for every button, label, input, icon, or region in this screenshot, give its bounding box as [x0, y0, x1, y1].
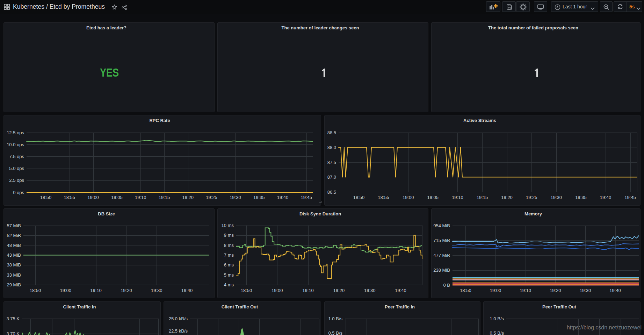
- svg-text:9 ms: 9 ms: [224, 233, 234, 238]
- svg-text:18:50: 18:50: [30, 288, 41, 293]
- svg-text:4 ms: 4 ms: [224, 282, 234, 287]
- svg-text:954 MiB: 954 MiB: [433, 223, 450, 228]
- svg-text:19:05: 19:05: [111, 195, 123, 200]
- svg-text:48 MiB: 48 MiB: [7, 243, 21, 248]
- svg-text:19:00: 19:00: [60, 288, 72, 293]
- svg-text:19:45: 19:45: [624, 195, 636, 200]
- svg-text:5.0 ops: 5.0 ops: [9, 166, 24, 171]
- svg-text:52 MiB: 52 MiB: [7, 233, 21, 238]
- svg-text:19:35: 19:35: [253, 195, 265, 200]
- svg-text:57 MiB: 57 MiB: [7, 223, 21, 228]
- svg-text:87.0: 87.0: [327, 174, 336, 180]
- svg-text:19:45: 19:45: [301, 195, 312, 200]
- svg-text:18:55: 18:55: [64, 195, 75, 200]
- svg-text:19:20: 19:20: [550, 288, 561, 293]
- svg-text:19:05: 19:05: [427, 195, 439, 200]
- svg-text:1.0 B/s: 1.0 B/s: [490, 316, 504, 321]
- svg-text:33 MiB: 33 MiB: [7, 272, 21, 278]
- svg-text:1.0 B/s: 1.0 B/s: [328, 316, 343, 321]
- svg-text:0.5 B/s: 0.5 B/s: [328, 330, 343, 335]
- svg-text:19:00: 19:00: [272, 288, 283, 293]
- svg-text:0 ops: 0 ops: [13, 190, 24, 195]
- svg-text:19:30: 19:30: [151, 288, 162, 293]
- svg-text:19:20: 19:20: [182, 195, 194, 200]
- svg-text:88.0: 88.0: [327, 145, 336, 150]
- svg-text:19:10: 19:10: [452, 195, 463, 200]
- svg-text:477 MiB: 477 MiB: [433, 253, 450, 258]
- svg-text:18:55: 18:55: [378, 195, 389, 200]
- svg-text:19:00: 19:00: [87, 195, 99, 200]
- svg-text:19:40: 19:40: [277, 195, 289, 200]
- svg-text:38 MiB: 38 MiB: [7, 262, 21, 268]
- svg-text:86.5: 86.5: [327, 190, 336, 195]
- svg-text:19:30: 19:30: [580, 288, 591, 293]
- svg-text:19:40: 19:40: [181, 288, 193, 293]
- svg-text:29 MiB: 29 MiB: [7, 282, 21, 287]
- svg-text:18:50: 18:50: [353, 195, 365, 200]
- svg-text:19:40: 19:40: [609, 288, 621, 293]
- svg-text:6 ms: 6 ms: [224, 262, 234, 268]
- svg-text:19:15: 19:15: [477, 195, 488, 200]
- svg-text:19:00: 19:00: [403, 195, 414, 200]
- svg-text:19:10: 19:10: [135, 195, 146, 200]
- svg-text:18:50: 18:50: [40, 195, 52, 200]
- svg-text:0 B: 0 B: [443, 283, 450, 288]
- svg-text:5 ms: 5 ms: [224, 272, 234, 278]
- svg-text:10 ms: 10 ms: [222, 223, 234, 228]
- svg-text:19:20: 19:20: [121, 288, 132, 293]
- svg-text:19:25: 19:25: [526, 195, 537, 200]
- svg-text:19:20: 19:20: [333, 288, 345, 293]
- svg-text:19:40: 19:40: [600, 195, 612, 200]
- svg-text:715 MiB: 715 MiB: [433, 238, 450, 243]
- svg-text:8 ms: 8 ms: [224, 243, 234, 248]
- svg-text:19:15: 19:15: [159, 195, 170, 200]
- svg-text:19:10: 19:10: [302, 288, 314, 293]
- svg-text:19:10: 19:10: [520, 288, 531, 293]
- svg-text:22.5 kB/s: 22.5 kB/s: [169, 328, 188, 334]
- svg-text:238 MiB: 238 MiB: [433, 268, 450, 273]
- svg-text:3.75 K: 3.75 K: [6, 316, 20, 321]
- svg-text:19:30: 19:30: [230, 195, 241, 200]
- svg-text:19:20: 19:20: [501, 195, 513, 200]
- svg-text:19:40: 19:40: [395, 288, 406, 293]
- svg-text:0.5 B/s: 0.5 B/s: [490, 330, 504, 335]
- svg-text:25.0 kB/s: 25.0 kB/s: [169, 316, 188, 321]
- svg-text:18:50: 18:50: [241, 288, 252, 293]
- svg-text:3.70 K: 3.70 K: [6, 331, 20, 335]
- svg-text:19:10: 19:10: [90, 288, 102, 293]
- svg-text:19:30: 19:30: [551, 195, 562, 200]
- svg-text:19:25: 19:25: [206, 195, 217, 200]
- svg-text:19:35: 19:35: [575, 195, 587, 200]
- svg-text:19:30: 19:30: [364, 288, 376, 293]
- svg-text:7.5 ops: 7.5 ops: [9, 154, 24, 159]
- svg-text:2.5 ops: 2.5 ops: [9, 178, 24, 183]
- svg-text:12.5 ops: 12.5 ops: [7, 130, 24, 135]
- svg-text:87.5: 87.5: [327, 160, 336, 165]
- svg-text:7 ms: 7 ms: [224, 252, 234, 258]
- svg-text:88.5: 88.5: [327, 130, 336, 135]
- svg-text:43 MiB: 43 MiB: [7, 252, 21, 258]
- svg-text:10.0 ops: 10.0 ops: [7, 142, 24, 147]
- svg-text:18:50: 18:50: [460, 288, 471, 293]
- svg-text:19:00: 19:00: [490, 288, 501, 293]
